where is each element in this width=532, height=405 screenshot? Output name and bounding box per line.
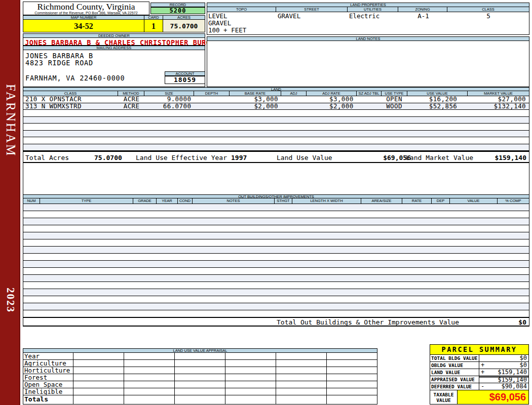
column-header: SZ ADJ TBL [357, 91, 382, 96]
zoning-value: A-1 [399, 13, 448, 20]
land-section-title: LAND [23, 87, 529, 91]
land-table-headers: CLASS METHOD SIZE DEPTH BASE RATE ADJ AD… [23, 91, 529, 96]
land-row-empty [23, 124, 529, 131]
mailing-line: 4823 RIDGE ROAD [25, 59, 93, 67]
cell-depth [194, 103, 230, 110]
column-header: USE TYPE [382, 91, 407, 96]
effective-year-value: 1997 [231, 154, 247, 161]
summary-row: TOTAL BLDG VALUE $0 [430, 355, 528, 362]
column-header: STREET [276, 7, 348, 12]
summary-op: - [481, 383, 484, 390]
total-acres-label: Total Acres [25, 154, 69, 161]
column-header: GRADE [133, 198, 157, 204]
class-value: 5 [448, 13, 529, 20]
land-properties-title: LAND PROPERTIES [207, 3, 529, 7]
summary-label: LAND VALUE [430, 369, 479, 376]
column-header: USE VALUE [407, 91, 468, 96]
column-header: VALUE [450, 198, 498, 204]
appraisal-row-label: Open Space [23, 381, 73, 388]
out-building-row-empty [23, 268, 529, 275]
cell-market-value: $132,140 [467, 103, 529, 110]
cell-use-value: $52,856 [407, 103, 467, 110]
appraisal-totals-row: Totals [23, 395, 377, 404]
column-header: COND [178, 198, 193, 204]
appraisal-row: Agriculture [23, 360, 377, 367]
cell-sz-adj-tbl [357, 103, 382, 110]
column-header: YEAR [157, 198, 178, 204]
assessment-year: 2023 [0, 280, 20, 320]
column-header: TOPO [207, 7, 276, 12]
summary-label: APPRAISED VALUE [430, 376, 479, 383]
column-header: TYPE [40, 198, 133, 204]
cell-use-value: $16,200 [407, 96, 467, 103]
appraisal-row: Horticulture [23, 367, 377, 374]
out-building-row-empty [23, 275, 529, 282]
summary-label: DEFERRED VALUE [430, 383, 479, 390]
out-building-row-empty [23, 296, 529, 303]
out-buildings-total-value: $0 [518, 319, 526, 326]
column-header: STHGT [275, 198, 292, 204]
taxable-value-cell: $69,056 [458, 390, 528, 404]
column-header: LENGTH X WIDTH [292, 198, 361, 204]
cell-base-rate: $2,000 [230, 103, 281, 110]
deeded-owner-row: JONES BARBARA B & CHARLES CHRISTOPHER BU… [23, 37, 205, 46]
property-record-card: FARNHAM 2023 Richmond County, Virginia C… [0, 0, 532, 405]
appraisal-row-label: Forest [23, 374, 73, 381]
column-header: SIZE [144, 91, 194, 96]
account-label: ACCOUNT [165, 71, 205, 76]
taxable-value: $69,056 [489, 391, 526, 403]
land-table-rows: 210 X OPNSTACR ACRE 9.0000 $3,000 $3,000… [23, 96, 529, 151]
land-notes-box [207, 40, 529, 87]
utilities-value: Electric [349, 13, 379, 20]
card-value: 1 [144, 19, 163, 32]
summary-row: OBLDG VALUE +$0 [430, 362, 528, 369]
land-market-value-label: Land Market Value [406, 154, 473, 161]
cell-size: 9.0000 [145, 96, 195, 103]
column-header: AREA/SIZE [361, 198, 402, 204]
column-header: % COMP [498, 198, 529, 204]
cell-size: 66.0700 [145, 103, 195, 110]
record-label: RECORD [150, 3, 205, 7]
land-row-empty [23, 144, 529, 151]
land-properties-values: LEVEL GRAVEL Electric A-1 5 GRAVEL 100 +… [207, 12, 529, 35]
cell-use-type: WOOD [382, 103, 407, 110]
column-header: CLASS [23, 91, 118, 96]
appraisal-title: LAND USE VALUE APPRAISAL [23, 348, 377, 353]
cell-adj [281, 96, 307, 103]
out-building-row-empty [23, 218, 529, 225]
land-use-value-label: Land Use Value [277, 154, 332, 161]
appraisal-row-label: Ineligible [23, 388, 73, 395]
out-buildings-total-label: Total Out Buildings & Other Improvements… [277, 319, 459, 326]
land-row-empty [23, 131, 529, 138]
district-sidebar: FARNHAM 2023 [0, 0, 20, 405]
out-building-row-empty [23, 282, 529, 289]
acres-value: 75.0700 [163, 19, 205, 32]
out-building-row-empty [23, 289, 529, 296]
summary-value: $90,084 [501, 383, 527, 390]
taxable-value-row: TAXABLE VALUE $69,056 [430, 390, 528, 404]
cell-base-rate: $3,000 [230, 96, 281, 103]
out-building-row-empty [23, 225, 529, 232]
summary-value: $159,140 [498, 377, 527, 382]
land-market-value: $159,140 [495, 154, 526, 161]
column-header: CLASS [447, 7, 529, 12]
mailing-line: FARNHAM, VA 22460-0000 [25, 74, 125, 82]
column-header: METHOD [118, 91, 144, 96]
appraisal-row-label: Totals [23, 395, 73, 404]
summary-row: DEFERRED VALUE -$90,084 [430, 383, 528, 390]
column-header: MARKET VALUE [468, 91, 529, 96]
summary-op: + [481, 369, 484, 376]
county-subtitle: Commissioner of the Revenue, PO Box 366,… [23, 11, 149, 15]
cell-method: ACRE [119, 96, 145, 103]
cell-sz-adj-tbl [357, 96, 382, 103]
out-building-row-empty [23, 232, 529, 239]
out-building-row-empty [23, 303, 529, 310]
out-building-row-empty [23, 204, 529, 211]
summary-op: + [481, 362, 484, 369]
out-building-row-empty [23, 247, 529, 254]
account-value: 18059 [165, 76, 205, 84]
street-value: GRAVEL [278, 13, 300, 20]
district-name: FARNHAM [0, 74, 20, 168]
land-row: 313 N WDMXSTRD ACRE 66.0700 $2,000 $2,00… [23, 103, 529, 110]
appraisal-row: Year [23, 353, 377, 360]
